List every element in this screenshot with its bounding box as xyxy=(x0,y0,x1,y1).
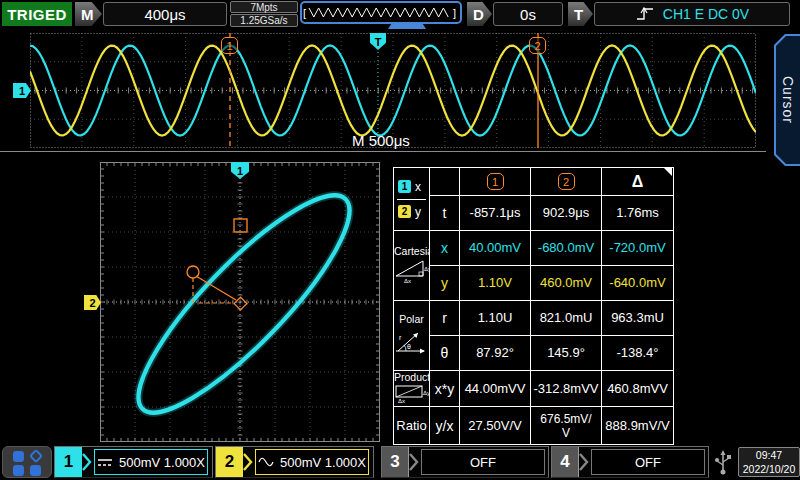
x-cursor2-value: -680.0mV xyxy=(531,231,602,266)
channel1-scale-text: 500mV 1.000X xyxy=(119,455,205,470)
svg-text:Δx: Δx xyxy=(398,398,405,403)
svg-text:Δx: Δx xyxy=(404,278,411,284)
menu-diamond-icon xyxy=(29,449,43,463)
chevron-right-icon xyxy=(82,451,92,473)
svg-text:]: ] xyxy=(453,7,456,19)
theta-cursor2-value: 145.9° xyxy=(531,336,602,371)
lissajous-ellipse xyxy=(114,171,374,437)
waveform-preview-strip[interactable]: [ ] xyxy=(300,1,462,24)
ratio-delta-value: 888.9mV/V xyxy=(602,407,674,445)
delay-value-box[interactable]: 0s xyxy=(493,2,563,26)
header-cursor2: 2 xyxy=(531,168,602,196)
product-group-cell: Product Δy Δx xyxy=(394,371,430,407)
svg-text:θ: θ xyxy=(407,343,411,350)
header-cursor1: 1 xyxy=(460,168,531,196)
channel2-scale-text: 500mV 1.000X xyxy=(280,455,366,470)
row-key-t: t xyxy=(430,196,460,231)
svg-text:[: [ xyxy=(303,7,306,19)
product-cursor2-value: -312.8mVV xyxy=(531,371,602,407)
main-waveform-area[interactable] xyxy=(30,33,756,148)
y-cursor2-value: 460.0mV xyxy=(531,266,602,301)
polar-diagram-icon: r θ xyxy=(394,325,430,355)
preview-window-indicator[interactable] xyxy=(388,23,426,29)
delay-d-label: D xyxy=(473,6,484,23)
xy-y-cursor-marker[interactable]: 2 xyxy=(84,295,101,310)
menu-square-icon xyxy=(30,465,41,476)
cursor-measurement-table: 1x 2y 1 2 Δ t -857.1μs 902.9μs 1.76ms Ca… xyxy=(393,167,674,445)
product-delta-value: 460.8mVV xyxy=(602,371,674,407)
theta-delta-value: -138.4° xyxy=(602,336,674,371)
ac-coupling-icon xyxy=(258,457,274,467)
row-key-theta: θ xyxy=(430,336,460,371)
channel1-number-badge: 1 xyxy=(55,447,82,477)
row-key-x: x xyxy=(430,231,460,266)
menu-square-icon xyxy=(13,451,24,462)
y-delta-value: -640.0mV xyxy=(602,266,674,301)
time-text: 09:47 xyxy=(739,448,799,462)
x-cursor1-value: 40.00mV xyxy=(460,231,531,266)
cursor1-label[interactable]: 1 xyxy=(221,37,238,54)
y-cursor1-value: 1.10V xyxy=(460,266,531,301)
chevron-right-icon xyxy=(579,451,589,473)
trigger-t-badge[interactable]: T xyxy=(568,2,593,26)
xy-lissajous-plot[interactable] xyxy=(100,162,380,442)
trigger-status-badge: TRIGED xyxy=(2,2,72,26)
clock-display: 09:47 2022/10/20 xyxy=(738,447,800,477)
trigger-t-label: T xyxy=(574,6,583,23)
svg-text:Δy: Δy xyxy=(423,390,430,396)
timebase-readout: M 500μs xyxy=(352,132,410,149)
svg-text:r: r xyxy=(399,334,402,341)
channel4-state-text: OFF xyxy=(635,455,661,470)
channel4-control[interactable]: 4 OFF xyxy=(551,446,709,478)
t-cursor1-value: -857.1μs xyxy=(460,196,531,231)
legend-ch2-badge: 2 xyxy=(398,205,411,218)
timebase-m-badge[interactable]: M xyxy=(75,2,102,26)
oscilloscope-screen: TRIGED M 400μs 7Mpts 1.25GSa/s [ ] D 0s … xyxy=(0,0,800,480)
channel3-number-badge: 3 xyxy=(382,447,409,477)
cursor-tab-label: Cursor xyxy=(780,76,796,124)
table-corner-fold xyxy=(663,167,672,176)
date-text: 2022/10/20 xyxy=(739,462,799,476)
preview-zigzag-icon: [ ] xyxy=(302,3,460,22)
memory-depth-box: 7Mpts xyxy=(230,1,298,13)
channel3-control[interactable]: 3 OFF xyxy=(381,446,549,478)
usb-icon xyxy=(713,449,733,476)
row-key-y: y xyxy=(430,266,460,301)
row-key-ratio: y/x xyxy=(430,407,460,445)
ratio-group-cell: Ratio xyxy=(394,407,430,445)
home-menu-button[interactable] xyxy=(2,446,52,478)
t-cursor2-value: 902.9μs xyxy=(531,196,602,231)
product-cursor1-value: 44.00mVV xyxy=(460,371,531,407)
x-delta-value: -720.0mV xyxy=(602,231,674,266)
channel2-control[interactable]: 2 500mV 1.000X xyxy=(215,446,374,478)
channel2-number-badge: 2 xyxy=(216,447,243,477)
ch1-position-marker[interactable]: 1 xyxy=(13,83,31,98)
menu-square-icon xyxy=(13,465,24,476)
channel3-state-text: OFF xyxy=(470,455,496,470)
main-waveform-plot xyxy=(30,33,756,148)
ratio-cursor2-value: 676.5mV/ V xyxy=(531,407,602,445)
delay-d-badge[interactable]: D xyxy=(467,2,492,26)
r-cursor2-value: 821.0mU xyxy=(531,301,602,336)
chevron-right-icon xyxy=(243,451,253,473)
rising-edge-icon xyxy=(635,6,655,22)
trigger-info-text: CH1 E DC 0V xyxy=(663,6,749,22)
dc-coupling-icon xyxy=(97,457,113,467)
timebase-value-box[interactable]: 400μs xyxy=(103,2,227,26)
chevron-right-icon xyxy=(409,451,419,473)
cursor2-label[interactable]: 2 xyxy=(529,37,546,54)
t-delta-value: 1.76ms xyxy=(602,196,674,231)
trigger-info-box[interactable]: CH1 E DC 0V xyxy=(594,2,790,26)
ratio-cursor1-value: 27.50V/V xyxy=(460,407,531,445)
cursor-menu-tab[interactable]: Cursor xyxy=(774,34,800,166)
xy-cursor-circle-marker[interactable] xyxy=(187,266,199,278)
legend-ch1-badge: 1 xyxy=(398,180,411,193)
r-delta-value: 963.3mU xyxy=(602,301,674,336)
theta-cursor1-value: 87.92° xyxy=(460,336,531,371)
cartesian-group-cell: Cartesian Δy Δx xyxy=(394,231,430,301)
svg-text:Δy: Δy xyxy=(424,266,430,272)
channel1-control[interactable]: 1 500mV 1.000X xyxy=(54,446,213,478)
waveform-separator-line xyxy=(0,151,766,152)
table-legend-cell: 1x 2y xyxy=(394,168,430,231)
r-cursor1-value: 1.10U xyxy=(460,301,531,336)
